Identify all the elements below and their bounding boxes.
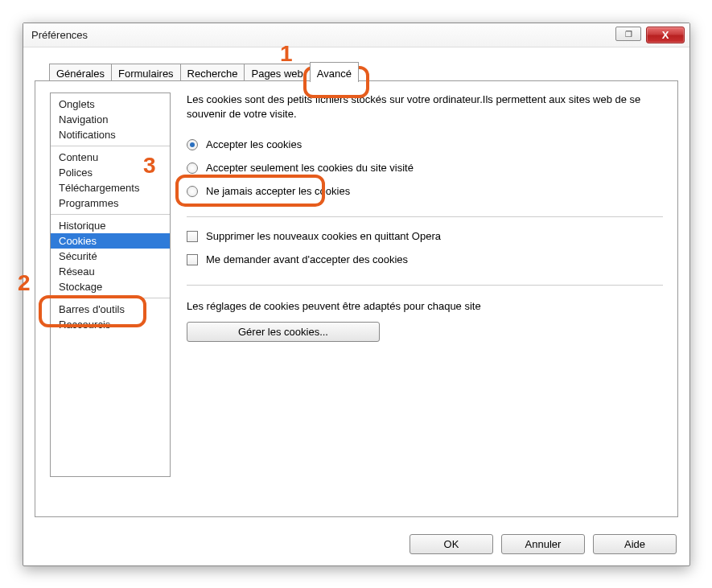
sidebar: Onglets Navigation Notifications Contenu… — [50, 93, 171, 477]
sidebar-item-cookies[interactable]: Cookies — [51, 233, 170, 249]
ok-button[interactable]: OK — [410, 534, 493, 554]
radio-label: Accepter seulement les cookies du site v… — [206, 162, 414, 174]
radio-icon — [187, 162, 198, 174]
sidebar-item-raccourcis[interactable]: Raccourcis — [51, 317, 170, 332]
close-button[interactable]: X — [646, 27, 685, 43]
sidebar-item-historique[interactable]: Historique — [51, 218, 170, 233]
check-label: Me demander avant d'accepter des cookies — [206, 253, 408, 265]
checkbox-icon — [187, 254, 198, 265]
tabs: Générales Formulaires Recherche Pages we… — [49, 59, 678, 81]
tab-pages-web[interactable]: Pages web — [244, 64, 310, 82]
sidebar-item-navigation[interactable]: Navigation — [51, 112, 170, 127]
check-label: Supprimer les nouveaux cookies en quitta… — [206, 230, 441, 242]
radio-accept-cookies[interactable]: Accepter les cookies — [187, 138, 663, 150]
sidebar-group-3: Historique Cookies Sécurité Réseau Stock… — [51, 215, 170, 298]
tab-avance[interactable]: Avancé — [310, 62, 359, 82]
window-title: Préférences — [31, 29, 615, 41]
sidebar-item-polices[interactable]: Polices — [51, 165, 170, 180]
check-ask-before-accept[interactable]: Me demander avant d'accepter des cookies — [187, 253, 663, 265]
sidebar-item-reseau[interactable]: Réseau — [51, 264, 170, 279]
help-button[interactable]: Aide — [593, 534, 677, 554]
divider — [187, 216, 663, 217]
radio-accept-site-only[interactable]: Accepter seulement les cookies du site v… — [187, 162, 663, 174]
radio-icon — [187, 139, 198, 150]
sidebar-item-contenu[interactable]: Contenu — [51, 150, 170, 165]
tab-panel-avance: Onglets Navigation Notifications Contenu… — [35, 80, 678, 517]
sidebar-item-barres-outils[interactable]: Barres d'outils — [51, 302, 170, 317]
title-buttons: ❐ X — [615, 27, 685, 43]
sidebar-group-2: Contenu Polices Téléchargements Programm… — [51, 146, 170, 215]
divider — [187, 285, 663, 286]
cancel-button[interactable]: Annuler — [501, 534, 585, 554]
sidebar-group-4: Barres d'outils Raccourcis — [51, 298, 170, 335]
sidebar-item-stockage[interactable]: Stockage — [51, 279, 170, 294]
tab-formulaires[interactable]: Formulaires — [111, 64, 181, 82]
tab-generales[interactable]: Générales — [49, 64, 112, 82]
radio-label: Accepter les cookies — [206, 138, 302, 150]
sidebar-item-telechargements[interactable]: Téléchargements — [51, 180, 170, 195]
sidebar-item-onglets[interactable]: Onglets — [51, 97, 170, 112]
site-settings-note: Les réglages de cookies peuvent être ada… — [187, 300, 663, 312]
radio-icon — [187, 186, 198, 197]
cookies-intro-text: Les cookies sont des petits fichiers sto… — [187, 93, 663, 121]
manage-cookies-button[interactable]: Gérer les cookies... — [187, 322, 380, 342]
preferences-window: Préférences ❐ X Générales Formulaires Re… — [23, 23, 690, 566]
tab-recherche[interactable]: Recherche — [180, 64, 245, 82]
dialog-buttons: OK Annuler Aide — [410, 534, 678, 554]
titlebar: Préférences ❐ X — [23, 23, 689, 47]
sidebar-item-securite[interactable]: Sécurité — [51, 249, 170, 264]
cookies-settings-pane: Les cookies sont des petits fichiers sto… — [187, 93, 663, 505]
check-delete-on-exit[interactable]: Supprimer les nouveaux cookies en quitta… — [187, 230, 663, 242]
radio-never-accept[interactable]: Ne jamais accepter les cookies — [187, 185, 663, 197]
radio-label: Ne jamais accepter les cookies — [206, 185, 350, 197]
sidebar-item-programmes[interactable]: Programmes — [51, 195, 170, 211]
sidebar-item-notifications[interactable]: Notifications — [51, 127, 170, 142]
maximize-icon[interactable]: ❐ — [615, 27, 641, 41]
checkbox-icon — [187, 231, 198, 242]
content-area: Générales Formulaires Recherche Pages we… — [35, 59, 678, 554]
sidebar-group-1: Onglets Navigation Notifications — [51, 93, 170, 146]
